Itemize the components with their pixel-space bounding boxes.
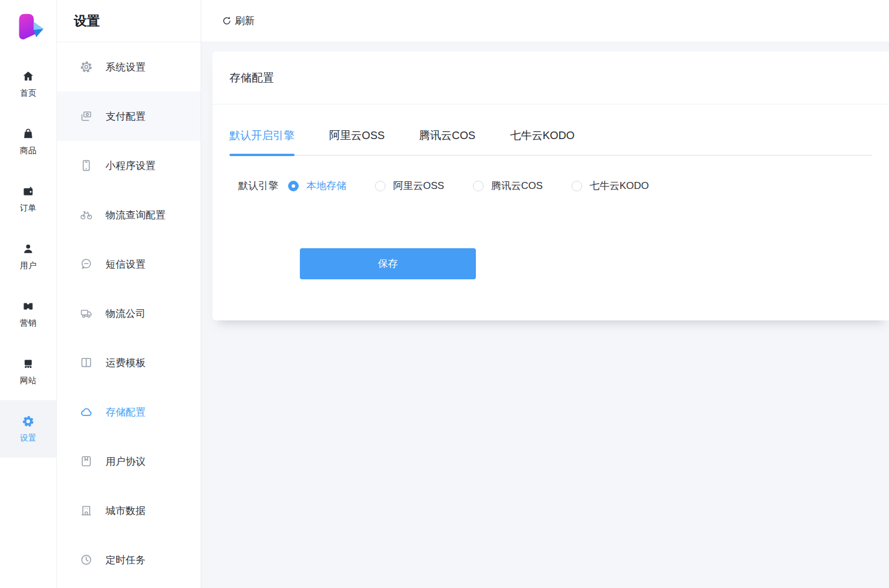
home-icon <box>22 70 35 83</box>
storage-config-card: 存储配置 默认开启引擎 阿里云OSS 腾讯云COS 七牛云KODO 默认引擎 本… <box>212 52 889 320</box>
nav-home[interactable]: 首页 <box>0 55 56 113</box>
website-icon <box>22 357 35 370</box>
menu-item-label: 城市数据 <box>106 504 146 518</box>
logistics-query-bicycle-icon <box>79 208 93 222</box>
menu-item-miniprogram-settings[interactable]: 小程序设置 <box>57 141 201 190</box>
primary-sidebar: 首页 商品 订单 <box>0 0 57 588</box>
system-gear-icon <box>79 60 93 74</box>
topbar: 刷新 <box>201 0 889 42</box>
radio-option-local-storage[interactable]: 本地存储 <box>288 179 346 192</box>
radio-selected-icon <box>288 181 299 191</box>
logistics-truck-icon <box>79 306 93 320</box>
radio-option-aliyun-oss[interactable]: 阿里云OSS <box>375 179 444 192</box>
menu-item-payment-config[interactable]: 支付配置 <box>57 92 201 141</box>
menu-item-label: 物流公司 <box>106 307 146 320</box>
menu-item-scheduled-tasks[interactable]: 定时任务 <box>57 535 201 584</box>
menu-item-label: 短信设置 <box>106 258 146 271</box>
menu-item-sms-settings[interactable]: 短信设置 <box>57 239 201 289</box>
nav-orders[interactable]: 订单 <box>0 170 56 228</box>
menu-item-label: 运费模板 <box>106 356 146 370</box>
menu-item-user-agreement[interactable]: 用户协议 <box>57 437 201 486</box>
storage-cloud-icon <box>79 405 93 419</box>
settings-sidebar: 设置 系统设置 <box>57 0 201 588</box>
default-engine-label: 默认引擎 <box>238 179 278 192</box>
radio-option-qiniu-kodo[interactable]: 七牛云KODO <box>572 179 649 192</box>
radio-option-label: 腾讯云COS <box>491 179 543 192</box>
nav-marketing[interactable]: 营销 <box>0 285 56 343</box>
refresh-icon <box>222 16 232 26</box>
menu-item-label: 支付配置 <box>106 110 146 123</box>
menu-item-storage-config[interactable]: 存储配置 <box>57 387 201 437</box>
nav-settings[interactable]: 设置 <box>0 400 56 458</box>
brand-logo-icon <box>11 11 45 45</box>
nav-label: 用户 <box>20 261 36 271</box>
nav-label: 首页 <box>20 88 36 99</box>
marketing-ticket-icon <box>22 300 35 313</box>
goods-bag-icon <box>22 127 35 140</box>
user-icon <box>22 242 35 255</box>
miniprogram-phone-icon <box>79 158 93 173</box>
menu-item-label: 系统设置 <box>106 60 146 74</box>
freight-template-book-icon <box>79 356 93 370</box>
menu-item-label: 存储配置 <box>106 405 146 419</box>
nav-label: 网站 <box>20 376 36 386</box>
sidebar-title: 设置 <box>57 0 201 42</box>
nav-label: 设置 <box>20 433 36 444</box>
refresh-button[interactable]: 刷新 <box>222 14 255 28</box>
nav-label: 营销 <box>20 318 36 329</box>
default-engine-row: 默认引擎 本地存储 阿里云OSS 腾讯云COS <box>229 179 872 192</box>
tab-tencent-cos[interactable]: 腾讯云COS <box>420 128 476 155</box>
city-data-building-icon <box>79 503 93 518</box>
menu-item-label: 物流查询配置 <box>106 208 165 222</box>
menu-item-logistics-query-config[interactable]: 物流查询配置 <box>57 190 201 239</box>
primary-nav: 首页 商品 订单 <box>0 55 56 458</box>
menu-item-label: 小程序设置 <box>106 159 156 173</box>
settings-gear-icon <box>22 415 35 428</box>
nav-users[interactable]: 用户 <box>0 228 56 285</box>
menu-item-city-data[interactable]: 城市数据 <box>57 486 201 535</box>
radio-unselected-icon <box>473 181 484 191</box>
storage-tabs: 默认开启引擎 阿里云OSS 腾讯云COS 七牛云KODO <box>229 128 872 156</box>
menu-item-logistics-company[interactable]: 物流公司 <box>57 289 201 338</box>
refresh-label: 刷新 <box>235 14 255 28</box>
tab-aliyun-oss[interactable]: 阿里云OSS <box>329 128 385 155</box>
card-title: 存储配置 <box>212 52 889 104</box>
sms-chat-icon <box>79 257 93 271</box>
card-body: 默认开启引擎 阿里云OSS 腾讯云COS 七牛云KODO 默认引擎 本地存储 阿… <box>212 104 889 279</box>
scheduled-task-clock-icon <box>79 553 93 567</box>
settings-menu: 系统设置 支付配置 <box>57 42 201 584</box>
radio-unselected-icon <box>572 181 582 191</box>
radio-unselected-icon <box>375 181 386 191</box>
menu-item-label: 定时任务 <box>106 553 146 567</box>
main-area: 刷新 存储配置 默认开启引擎 阿里云OSS 腾讯云COS 七牛云KODO 默认引… <box>201 0 889 588</box>
order-wallet-icon <box>22 185 35 198</box>
nav-label: 订单 <box>20 203 36 214</box>
nav-goods[interactable]: 商品 <box>0 113 56 170</box>
app-logo[interactable] <box>0 0 56 55</box>
radio-option-label: 本地存储 <box>306 179 346 192</box>
tab-qiniu-kodo[interactable]: 七牛云KODO <box>510 128 574 155</box>
agreement-book-icon <box>79 454 93 468</box>
nav-label: 商品 <box>20 146 36 156</box>
radio-option-tencent-cos[interactable]: 腾讯云COS <box>473 179 543 192</box>
menu-item-label: 用户协议 <box>106 455 146 468</box>
tab-default-engine[interactable]: 默认开启引擎 <box>229 128 295 155</box>
payment-icon <box>79 109 93 123</box>
nav-website[interactable]: 网站 <box>0 343 56 400</box>
save-button[interactable]: 保存 <box>300 248 476 279</box>
radio-option-label: 阿里云OSS <box>393 179 444 192</box>
menu-item-system-settings[interactable]: 系统设置 <box>57 42 201 92</box>
radio-option-label: 七牛云KODO <box>590 179 649 192</box>
content-area: 存储配置 默认开启引擎 阿里云OSS 腾讯云COS 七牛云KODO 默认引擎 本… <box>201 42 889 588</box>
menu-item-freight-template[interactable]: 运费模板 <box>57 338 201 387</box>
